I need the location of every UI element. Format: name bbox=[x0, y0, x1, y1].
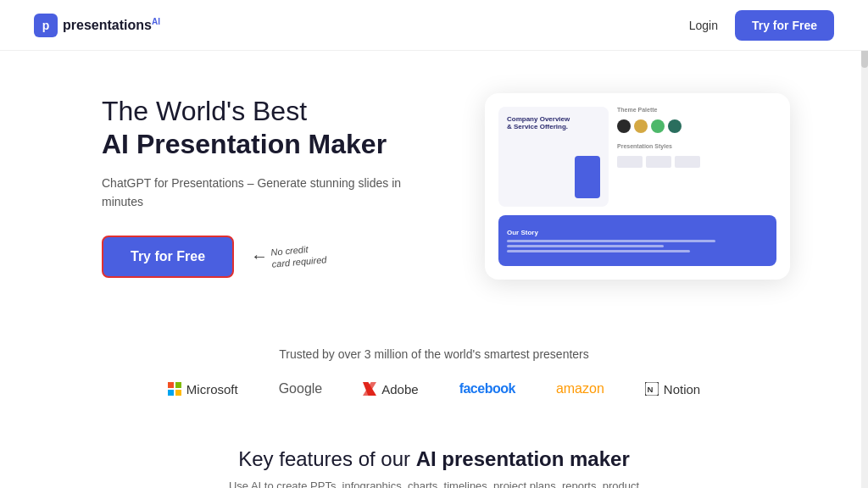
brand-amazon: amazon bbox=[556, 381, 604, 396]
slide-line-2 bbox=[507, 245, 664, 247]
presentation-styles-label: Presentation Styles bbox=[617, 143, 776, 149]
brand-facebook: facebook bbox=[459, 381, 515, 396]
microsoft-label: Microsoft bbox=[186, 382, 238, 396]
logo-icon: p bbox=[34, 14, 58, 37]
hero-subtitle: ChatGPT for Presentations – Generate stu… bbox=[102, 174, 424, 212]
key-features-title: Key features of our AI presentation make… bbox=[68, 447, 800, 471]
color-swatch-dark bbox=[617, 119, 631, 133]
facebook-label: facebook bbox=[459, 381, 515, 396]
adobe-label: Adobe bbox=[381, 382, 418, 396]
slide-options: Theme Palette Presentation Styles bbox=[617, 107, 776, 207]
style-bar-3 bbox=[675, 156, 700, 168]
hero-section: The World's Best AI Presentation Maker C… bbox=[0, 51, 868, 322]
login-button[interactable]: Login bbox=[689, 19, 718, 32]
style-bar-1 bbox=[617, 156, 643, 168]
style-bars bbox=[617, 156, 776, 168]
slide-line-1 bbox=[507, 240, 715, 242]
brand-google: Google bbox=[279, 381, 323, 396]
amazon-label: amazon bbox=[556, 381, 604, 396]
notion-icon: N bbox=[645, 382, 659, 396]
navbar: p presentationsAI Login Try for Free bbox=[0, 0, 868, 51]
hero-content: The World's Best AI Presentation Maker C… bbox=[102, 95, 424, 278]
color-circles bbox=[617, 119, 776, 133]
slide-overview: Company Overview& Service Offering. bbox=[498, 107, 609, 207]
brands-row: Microsoft Google Adobe facebook amazon N bbox=[34, 381, 834, 396]
slide-story: Our Story bbox=[498, 215, 776, 266]
color-swatch-teal bbox=[668, 119, 682, 133]
svg-text:N: N bbox=[647, 385, 653, 394]
brand-microsoft: Microsoft bbox=[168, 382, 238, 396]
key-features-subtitle: Use AI to create PPTs, infographics, cha… bbox=[68, 480, 800, 488]
trusted-text: Trusted by over 3 million of the world's… bbox=[34, 347, 834, 361]
notion-label: Notion bbox=[664, 382, 700, 396]
trusted-section: Trusted by over 3 million of the world's… bbox=[0, 322, 868, 413]
brand-adobe: Adobe bbox=[363, 382, 418, 396]
nav-actions: Login Try for Free bbox=[689, 10, 834, 41]
no-credit-note: ← No creditcard required bbox=[251, 244, 326, 269]
adobe-icon bbox=[363, 382, 376, 396]
key-features-section: Key features of our AI presentation make… bbox=[0, 413, 868, 488]
theme-palette-label: Theme Palette bbox=[617, 107, 776, 113]
color-swatch-green bbox=[651, 119, 665, 133]
brand-notion: N Notion bbox=[645, 382, 700, 396]
google-label: Google bbox=[279, 381, 323, 396]
style-bar-2 bbox=[646, 156, 671, 168]
hero-cta-row: Try for Free ← No creditcard required bbox=[102, 236, 424, 278]
nav-try-free-button[interactable]: Try for Free bbox=[735, 10, 834, 41]
slide-line-3 bbox=[507, 250, 690, 252]
no-credit-text: No creditcard required bbox=[270, 242, 327, 271]
slide-story-lines bbox=[507, 240, 768, 252]
hero-try-free-button[interactable]: Try for Free bbox=[102, 236, 234, 278]
slide-story-title: Our Story bbox=[507, 229, 768, 236]
hero-title-top: The World's Best bbox=[102, 95, 424, 127]
hero-title-bold: AI Presentation Maker bbox=[102, 128, 424, 160]
hero-mockup: Company Overview& Service Offering. Them… bbox=[475, 93, 800, 280]
logo-text: presentationsAI bbox=[63, 17, 160, 33]
mockup-top: Company Overview& Service Offering. Them… bbox=[498, 107, 776, 207]
slide-accent-bar bbox=[575, 156, 600, 198]
color-swatch-gold bbox=[634, 119, 648, 133]
logo[interactable]: p presentationsAI bbox=[34, 14, 160, 37]
presentation-mockup: Company Overview& Service Offering. Them… bbox=[485, 93, 790, 280]
scrollbar[interactable] bbox=[861, 0, 868, 488]
microsoft-icon bbox=[168, 382, 181, 396]
slide-overview-title: Company Overview& Service Offering. bbox=[507, 115, 600, 130]
